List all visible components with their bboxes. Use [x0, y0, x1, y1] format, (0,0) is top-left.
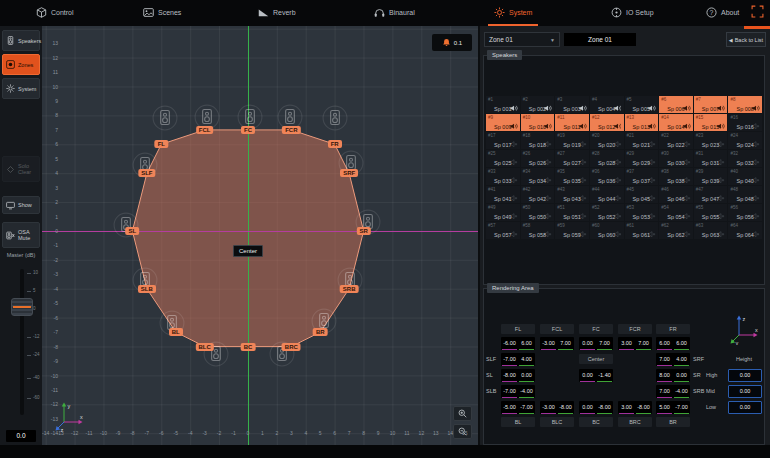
x-value[interactable]: -3.00	[541, 402, 556, 414]
zone-name-field[interactable]: Zone 01	[564, 33, 636, 46]
coord-input-center[interactable]: 0.00-1.40	[579, 369, 613, 382]
speaker-cell-sp-011[interactable]: #11 Sp 011	[555, 114, 589, 131]
speaker-point-srb[interactable]: SRB	[340, 285, 359, 293]
low-height-input[interactable]: 0.00	[728, 401, 762, 414]
speaker-cell-sp-054[interactable]: #54 Sp 054	[659, 204, 693, 221]
alarm-badge[interactable]: 0.1	[432, 34, 472, 51]
speaker-cell-sp-008[interactable]: #8 Sp 008	[728, 96, 762, 113]
speaker-cell-sp-062[interactable]: #62 Sp 062	[659, 222, 693, 239]
speaker-point-srf[interactable]: SRF	[340, 169, 358, 177]
speaker-cell-sp-060[interactable]: #60 Sp 060	[590, 222, 624, 239]
x-value[interactable]: 7.00	[657, 354, 672, 366]
speaker-cell-sp-058[interactable]: #58 Sp 058	[521, 222, 555, 239]
y-value[interactable]: 7.00	[558, 338, 573, 350]
x-value[interactable]: 6.00	[657, 338, 672, 350]
show-button[interactable]: Show	[2, 196, 40, 214]
master-fader[interactable]: 1050-12-24-40-60	[0, 266, 42, 426]
speaker-cell-sp-014[interactable]: #14 Sp 014	[659, 114, 693, 131]
x-value[interactable]: -7.00	[502, 386, 517, 398]
speaker-cell-sp-005[interactable]: #5 Sp 005	[625, 96, 659, 113]
speaker-cell-sp-059[interactable]: #59 Sp 059	[555, 222, 589, 239]
y-value[interactable]: -7.00	[674, 402, 689, 414]
y-value[interactable]: 4.00	[674, 354, 689, 366]
back-to-list-button[interactable]: ◀ Back to List	[726, 32, 766, 47]
x-value[interactable]: -5.00	[502, 402, 517, 414]
speaker-cell-sp-019[interactable]: #19 Sp 019	[555, 132, 589, 149]
coord-input-fcr[interactable]: 3.007.00	[618, 337, 652, 350]
coord-input-slf[interactable]: -7.004.00	[501, 353, 535, 366]
speaker-cell-sp-010[interactable]: #10 Sp 010	[521, 114, 555, 131]
y-value[interactable]: -1.40	[597, 370, 612, 382]
speaker-point-fr[interactable]: FR	[328, 140, 342, 148]
x-value[interactable]: 0.00	[580, 370, 595, 382]
x-value[interactable]: 5.00	[657, 402, 672, 414]
speaker-cell-sp-031[interactable]: #31 Sp 031	[694, 150, 728, 167]
coord-input-srb[interactable]: 7.00-4.00	[656, 385, 690, 398]
speaker-cell-sp-041[interactable]: #41 Sp 041	[486, 186, 520, 203]
sidebar-item-zones[interactable]: Zones	[2, 54, 40, 75]
speaker-cell-sp-024[interactable]: #24 Sp 024	[728, 132, 762, 149]
speaker-cell-sp-034[interactable]: #34 Sp 034	[521, 168, 555, 185]
x-value[interactable]: -7.00	[502, 354, 517, 366]
coord-input-bc[interactable]: 0.00-8.00	[579, 401, 613, 414]
speaker-cell-sp-048[interactable]: #48 Sp 048	[728, 186, 762, 203]
speaker-cell-sp-009[interactable]: #9 Sp 009	[486, 114, 520, 131]
speaker-point-sr[interactable]: SR	[356, 227, 370, 235]
speaker-cell-sp-064[interactable]: #64 Sp 064	[728, 222, 762, 239]
speaker-cell-sp-039[interactable]: #39 Sp 039	[694, 168, 728, 185]
speaker-cell-sp-051[interactable]: #51 Sp 051	[555, 204, 589, 221]
speaker-cell-sp-007[interactable]: #7 Sp 007	[694, 96, 728, 113]
speaker-cell-sp-028[interactable]: #28 Sp 028	[590, 150, 624, 167]
x-value[interactable]: 0.00	[580, 338, 595, 350]
speaker-cell-sp-045[interactable]: #45 Sp 045	[625, 186, 659, 203]
speaker-cell-sp-032[interactable]: #32 Sp 032	[728, 150, 762, 167]
speaker-cell-sp-053[interactable]: #53 Sp 053	[625, 204, 659, 221]
y-value[interactable]: 6.00	[674, 338, 689, 350]
y-value[interactable]: 0.00	[519, 370, 534, 382]
speaker-point-brc[interactable]: BRC	[282, 343, 301, 351]
coord-input-bl[interactable]: -5.00-7.00	[501, 401, 535, 414]
zoom-in-button[interactable]	[453, 406, 472, 421]
coord-input-srf[interactable]: 7.004.00	[656, 353, 690, 366]
x-value[interactable]: 0.00	[580, 402, 595, 414]
y-value[interactable]: -7.00	[519, 402, 534, 414]
tab-io-setup[interactable]: IO Setup	[605, 0, 660, 26]
speaker-map-canvas[interactable]: 0.1 FLFCLFCFCRFRSRFSRSRBBRBRCBCBLCBLSLBS…	[42, 26, 478, 445]
speaker-cell-sp-013[interactable]: #13 Sp 013	[625, 114, 659, 131]
speaker-cell-sp-052[interactable]: #52 Sp 052	[590, 204, 624, 221]
speaker-cell-sp-057[interactable]: #57 Sp 057	[486, 222, 520, 239]
coord-input-br[interactable]: 5.00-7.00	[656, 401, 690, 414]
speaker-cell-sp-037[interactable]: #37 Sp 037	[625, 168, 659, 185]
y-value[interactable]: -8.00	[636, 402, 651, 414]
speaker-cell-sp-047[interactable]: #47 Sp 047	[694, 186, 728, 203]
speaker-cell-sp-038[interactable]: #38 Sp 038	[659, 168, 693, 185]
speaker-cell-sp-018[interactable]: #18 Sp 018	[521, 132, 555, 149]
y-value[interactable]: 6.00	[519, 338, 534, 350]
x-value[interactable]: -8.00	[502, 370, 517, 382]
speaker-cell-sp-046[interactable]: #46 Sp 046	[659, 186, 693, 203]
speaker-cell-sp-061[interactable]: #61 Sp 061	[625, 222, 659, 239]
speaker-cell-sp-016[interactable]: #16 Sp 016	[728, 114, 762, 131]
speaker-cell-sp-004[interactable]: #4 Sp 004	[590, 96, 624, 113]
speaker-point-fcl[interactable]: FCL	[196, 126, 214, 134]
x-value[interactable]: 3.00	[619, 338, 634, 350]
coord-input-fl[interactable]: -6.006.00	[501, 337, 535, 350]
tab-about[interactable]: ?About	[700, 0, 745, 26]
tab-system[interactable]: System	[488, 0, 538, 26]
speaker-cell-sp-023[interactable]: #23 Sp 023	[694, 132, 728, 149]
speaker-point-fc[interactable]: FC	[241, 126, 255, 134]
y-value[interactable]: -4.00	[674, 386, 689, 398]
fader-track[interactable]	[20, 269, 24, 415]
speaker-cell-sp-042[interactable]: #42 Sp 042	[521, 186, 555, 203]
speaker-cell-sp-027[interactable]: #27 Sp 027	[555, 150, 589, 167]
osa-mute-button[interactable]: OSAMute	[2, 222, 40, 248]
speaker-cell-sp-021[interactable]: #21 Sp 021	[625, 132, 659, 149]
x-value[interactable]: 3.00	[619, 402, 634, 414]
sidebar-item-speakers[interactable]: Speakers	[2, 30, 40, 51]
coord-input-blc[interactable]: -3.00-8.00	[540, 401, 574, 414]
tab-binaural[interactable]: Binaural	[368, 0, 421, 26]
coord-input-sr[interactable]: 8.000.00	[656, 369, 690, 382]
speaker-cell-sp-025[interactable]: #25 Sp 025	[486, 150, 520, 167]
y-value[interactable]: 7.00	[636, 338, 651, 350]
speaker-cell-sp-002[interactable]: #2 Sp 002	[521, 96, 555, 113]
